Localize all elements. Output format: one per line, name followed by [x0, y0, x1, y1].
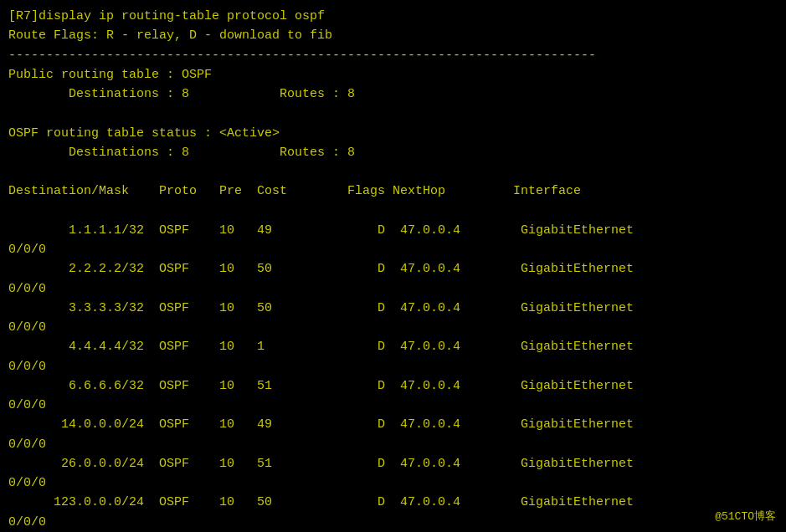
watermark: @51CTO博客 — [715, 509, 776, 525]
terminal-output: [R7]display ip routing-table protocol os… — [8, 7, 778, 525]
